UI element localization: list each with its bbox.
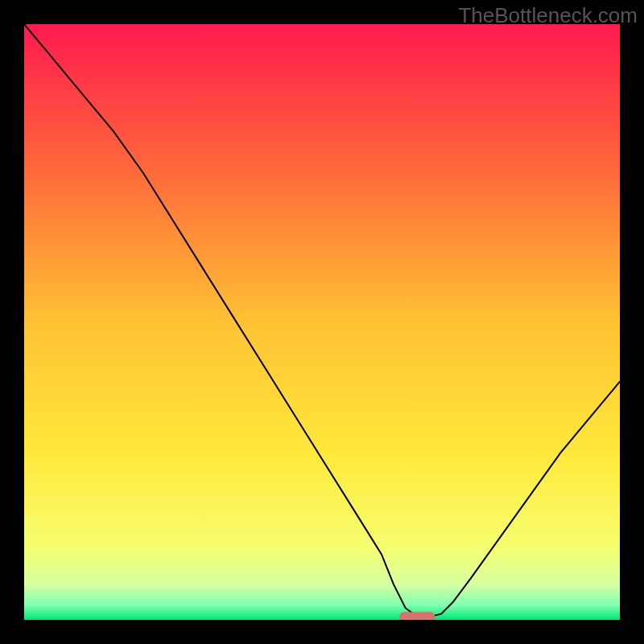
bottleneck-chart: [24, 24, 620, 620]
plot-area: [24, 24, 620, 620]
optimal-marker: [399, 612, 435, 620]
chart-container: TheBottleneck.com: [0, 0, 644, 644]
gradient-background: [24, 24, 620, 620]
watermark-text: TheBottleneck.com: [458, 3, 638, 28]
